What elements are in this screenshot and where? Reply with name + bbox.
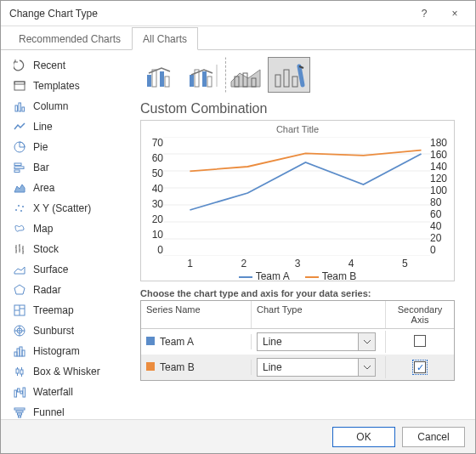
secondary-axis-checkbox-team-a[interactable] bbox=[414, 335, 426, 347]
svg-rect-45 bbox=[275, 75, 280, 87]
series-config-label: Choose the chart type and axis for your … bbox=[140, 288, 463, 298]
radar-icon bbox=[13, 283, 26, 297]
waterfall-icon bbox=[13, 385, 26, 399]
svg-rect-41 bbox=[207, 77, 212, 87]
stock-icon bbox=[13, 242, 26, 256]
sidebar-item-label: Histogram bbox=[33, 345, 80, 357]
main-content: Custom Combination Chart Title 706050403… bbox=[128, 50, 475, 418]
chart-type-sidebar: Recent Templates Column Line Pie Bar Are… bbox=[1, 50, 128, 418]
area-icon bbox=[13, 181, 26, 195]
svg-rect-29 bbox=[18, 413, 22, 415]
secondary-axis-checkbox-team-b[interactable] bbox=[414, 361, 426, 373]
sidebar-item-radar[interactable]: Radar bbox=[9, 280, 123, 300]
sidebar-item-histogram[interactable]: Histogram bbox=[9, 341, 123, 361]
sunburst-icon bbox=[13, 324, 26, 338]
sidebar-item-label: Bar bbox=[33, 162, 49, 173]
x-axis: 12345 bbox=[163, 258, 432, 270]
combo-subtype-strip bbox=[140, 57, 463, 93]
chart-title: Chart Title bbox=[148, 124, 447, 134]
chart-type-dropdown-team-b[interactable]: Line bbox=[257, 358, 376, 377]
sidebar-item-label: Box & Whisker bbox=[33, 366, 100, 377]
sidebar-item-area[interactable]: Area bbox=[9, 178, 123, 198]
sidebar-item-waterfall[interactable]: Waterfall bbox=[9, 382, 123, 402]
tab-all-charts[interactable]: All Charts bbox=[132, 27, 198, 50]
svg-rect-38 bbox=[190, 75, 194, 87]
sidebar-item-label: Radar bbox=[33, 284, 61, 296]
svg-rect-7 bbox=[14, 167, 24, 169]
svg-rect-47 bbox=[292, 77, 298, 87]
svg-point-11 bbox=[20, 210, 22, 212]
sidebar-item-label: Funnel bbox=[33, 406, 65, 418]
ok-button[interactable]: OK bbox=[332, 427, 395, 447]
series-row-team-b[interactable]: Team B Line bbox=[141, 355, 454, 380]
sidebar-item-label: X Y (Scatter) bbox=[33, 202, 91, 214]
funnel-icon bbox=[13, 406, 26, 418]
sidebar-item-label: Treemap bbox=[33, 304, 74, 316]
chart-type-dropdown-team-a[interactable]: Line bbox=[257, 332, 376, 351]
histogram-icon bbox=[13, 344, 26, 358]
sidebar-item-column[interactable]: Column bbox=[9, 96, 123, 116]
map-icon bbox=[13, 222, 26, 236]
svg-rect-37 bbox=[165, 77, 169, 87]
svg-point-12 bbox=[22, 206, 24, 207]
col-series-name: Series Name bbox=[141, 301, 252, 328]
sidebar-item-funnel[interactable]: Funnel bbox=[9, 402, 123, 418]
secondary-y-axis: 180160140120100806040200 bbox=[430, 137, 447, 256]
cancel-button[interactable]: Cancel bbox=[402, 427, 465, 447]
svg-marker-13 bbox=[14, 285, 25, 294]
sidebar-item-map[interactable]: Map bbox=[9, 218, 123, 239]
thumb-clustered-column-line-secondary[interactable] bbox=[183, 57, 225, 93]
sidebar-item-box-whisker[interactable]: Box & Whisker bbox=[9, 361, 123, 382]
sidebar-item-label: Column bbox=[33, 100, 68, 112]
sidebar-item-pie[interactable]: Pie bbox=[9, 137, 123, 157]
tab-recommended-charts[interactable]: Recommended Charts bbox=[8, 27, 132, 50]
sidebar-item-label: Stock bbox=[33, 243, 59, 255]
col-chart-type: Chart Type bbox=[252, 301, 386, 328]
svg-rect-22 bbox=[20, 370, 23, 374]
sidebar-item-label: Surface bbox=[33, 264, 68, 275]
svg-rect-2 bbox=[15, 105, 18, 111]
svg-rect-4 bbox=[22, 107, 25, 111]
sidebar-item-line[interactable]: Line bbox=[9, 116, 123, 137]
sidebar-item-stock[interactable]: Stock bbox=[9, 239, 123, 259]
svg-rect-25 bbox=[20, 391, 23, 394]
sidebar-item-label: Templates bbox=[33, 80, 80, 92]
thumb-stacked-area-column[interactable] bbox=[225, 57, 268, 93]
help-button[interactable]: ? bbox=[409, 1, 439, 26]
series-row-team-a[interactable]: Team A Line bbox=[141, 329, 454, 355]
svg-rect-6 bbox=[14, 163, 21, 166]
svg-rect-24 bbox=[18, 389, 20, 392]
treemap-icon bbox=[13, 304, 26, 317]
close-button[interactable]: × bbox=[439, 1, 470, 26]
svg-rect-3 bbox=[19, 103, 21, 111]
templates-icon bbox=[13, 79, 26, 93]
primary-y-axis: 706050403020100 bbox=[148, 137, 163, 256]
thumb-clustered-column-line[interactable] bbox=[140, 57, 183, 93]
bar-icon bbox=[13, 161, 26, 174]
sidebar-item-templates[interactable]: Templates bbox=[9, 76, 123, 96]
svg-rect-27 bbox=[14, 408, 25, 410]
svg-rect-26 bbox=[23, 388, 26, 397]
recent-icon bbox=[13, 59, 26, 72]
thumb-custom-combination[interactable] bbox=[268, 57, 310, 93]
svg-rect-1 bbox=[14, 82, 25, 84]
pie-icon bbox=[13, 140, 26, 154]
sidebar-item-treemap[interactable]: Treemap bbox=[9, 300, 123, 321]
sidebar-item-sunburst[interactable]: Sunburst bbox=[9, 321, 123, 341]
svg-rect-35 bbox=[152, 70, 156, 87]
sidebar-item-bar[interactable]: Bar bbox=[9, 157, 123, 178]
col-secondary-axis: Secondary Axis bbox=[386, 301, 454, 328]
sidebar-item-label: Map bbox=[33, 223, 53, 235]
series-config-table: Series Name Chart Type Secondary Axis Te… bbox=[140, 300, 455, 381]
sidebar-item-label: Line bbox=[33, 121, 53, 133]
title-bar: Change Chart Type ? × bbox=[1, 1, 475, 26]
chevron-down-icon bbox=[358, 333, 375, 350]
svg-rect-23 bbox=[14, 390, 17, 397]
sidebar-item-recent[interactable]: Recent bbox=[9, 55, 123, 76]
line-icon bbox=[13, 120, 26, 133]
sidebar-item-surface[interactable]: Surface bbox=[9, 259, 123, 280]
dialog-footer: OK Cancel bbox=[1, 419, 475, 453]
sidebar-item-scatter[interactable]: X Y (Scatter) bbox=[9, 198, 123, 218]
chart-legend: Team A Team B bbox=[148, 270, 447, 282]
sidebar-item-label: Recent bbox=[33, 60, 65, 71]
